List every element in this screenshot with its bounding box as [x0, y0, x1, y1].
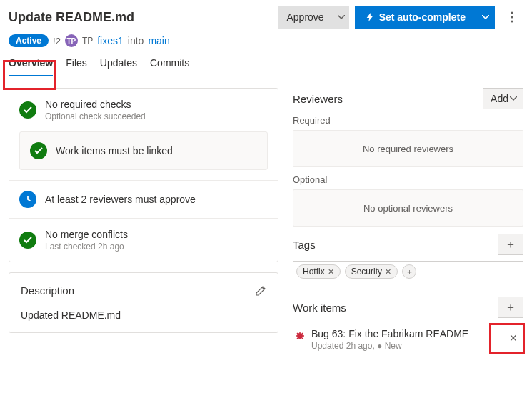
work-item-title[interactable]: Bug 63: Fix the Fabrikam README	[311, 328, 468, 339]
tags-title: Tags	[293, 239, 316, 251]
clock-icon	[19, 191, 36, 208]
check-pass-icon	[19, 232, 36, 249]
author-name: TP	[82, 36, 93, 46]
check-conflicts-sub: Last checked 2h ago	[45, 242, 128, 252]
required-label: Required	[293, 115, 523, 126]
svg-point-0	[511, 12, 513, 14]
required-reviewers-empty: No required reviewers	[293, 130, 523, 167]
tab-bar: Overview Files Updates Commits	[0, 47, 532, 76]
check-reviewers-title: At least 2 reviewers must approve	[45, 194, 196, 205]
tab-updates[interactable]: Updates	[100, 57, 137, 76]
svg-point-4	[297, 333, 303, 339]
set-autocomplete-button[interactable]: Set auto-complete	[355, 6, 476, 29]
add-reviewer-button[interactable]: Add	[483, 88, 523, 109]
autocomplete-icon	[365, 12, 375, 22]
work-item-sub: Updated 2h ago, ● New	[311, 341, 468, 351]
status-badge: Active	[9, 34, 49, 47]
check-required-title: No required checks	[45, 99, 146, 110]
kebab-icon	[511, 11, 513, 23]
tag-hotfix[interactable]: Hotfix✕	[296, 264, 341, 279]
work-item-row: Bug 63: Fix the Fabrikam README Updated …	[293, 324, 523, 355]
chevron-down-icon	[510, 96, 517, 101]
chevron-down-icon	[338, 15, 345, 19]
add-tag-inline[interactable]: ＋	[402, 264, 416, 279]
into-text: into	[128, 35, 144, 46]
check-conflicts-title: No merge conflicts	[45, 229, 128, 240]
svg-point-1	[511, 16, 513, 19]
reviewers-title: Reviewers	[293, 93, 343, 105]
edit-description-button[interactable]	[255, 285, 266, 297]
pr-id: !2	[53, 36, 61, 46]
tab-files[interactable]: Files	[66, 57, 87, 76]
remove-workitem-button[interactable]: ✕	[505, 328, 522, 348]
source-branch-link[interactable]: fixes1	[97, 35, 124, 46]
remove-tag-icon[interactable]: ✕	[385, 267, 391, 277]
pencil-icon	[255, 285, 266, 297]
check-pass-icon	[19, 101, 36, 119]
approve-dropdown[interactable]	[333, 6, 349, 29]
chevron-down-icon	[482, 15, 489, 19]
target-branch-link[interactable]: main	[148, 35, 169, 46]
check-workitems-title: Work items must be linked	[56, 145, 173, 156]
description-card: Description Updated README.md	[9, 272, 278, 333]
page-title: Update README.md	[9, 10, 134, 25]
remove-tag-icon[interactable]: ✕	[328, 267, 334, 277]
more-actions-button[interactable]	[501, 6, 523, 29]
check-pass-icon	[30, 142, 47, 159]
approve-button[interactable]: Approve	[278, 6, 332, 29]
tag-row: Hotfix✕ Security✕ ＋	[293, 261, 523, 282]
tab-commits[interactable]: Commits	[150, 57, 189, 76]
workitems-title: Work items	[293, 302, 346, 314]
check-required-sub: Optional check succeeded	[45, 111, 146, 121]
tag-security[interactable]: Security✕	[345, 264, 398, 279]
checks-card: No required checks Optional check succee…	[9, 88, 278, 262]
complete-dropdown[interactable]	[476, 6, 495, 29]
bug-icon	[294, 329, 306, 341]
add-workitem-button[interactable]: ＋	[498, 297, 523, 318]
add-tag-section-button[interactable]: ＋	[498, 234, 523, 255]
optional-label: Optional	[293, 174, 523, 185]
description-title: Description	[21, 284, 74, 297]
avatar: TP	[65, 34, 78, 47]
tab-overview[interactable]: Overview	[9, 57, 53, 76]
optional-reviewers-empty: No optional reviewers	[293, 189, 523, 227]
svg-point-2	[511, 21, 513, 23]
description-body: Updated README.md	[21, 309, 266, 321]
